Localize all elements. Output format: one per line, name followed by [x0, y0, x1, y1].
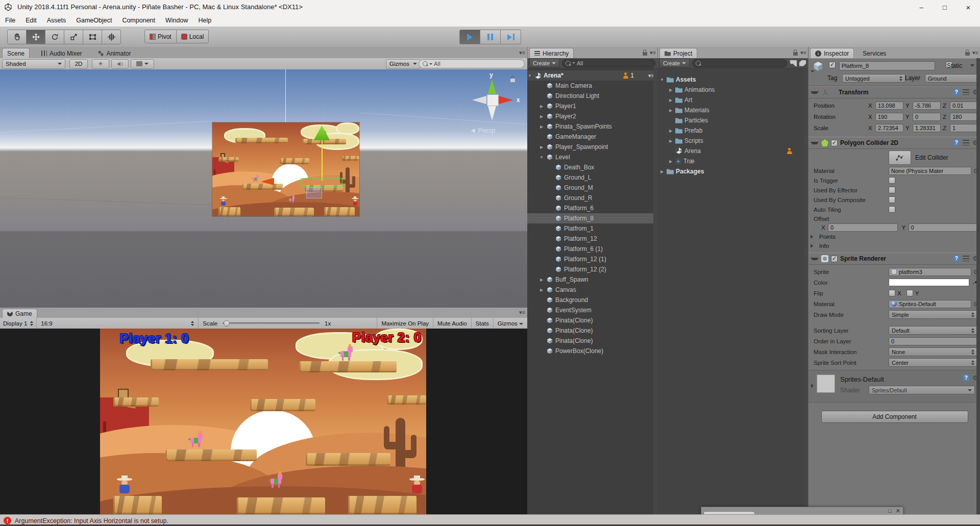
- foldout-arrow[interactable]: [811, 258, 819, 260]
- tab-audio-mixer[interactable]: Audio Mixer: [37, 48, 86, 58]
- hierarchy-item-gamemanager[interactable]: GameManager: [527, 132, 657, 142]
- mute-audio-button[interactable]: Mute Audio: [433, 318, 471, 329]
- project-scrollbar[interactable]: [804, 68, 808, 514]
- position-x-field[interactable]: 13.098: [875, 102, 903, 110]
- help-icon[interactable]: ?: [953, 139, 960, 146]
- scene-viewport[interactable]: y x ◄ Persp: [0, 69, 527, 308]
- sorting-layer-dropdown[interactable]: Default: [889, 326, 977, 335]
- foldout-arrow[interactable]: ▶: [659, 169, 665, 174]
- tag-dropdown[interactable]: Untagged: [842, 74, 905, 83]
- foldout-arrow[interactable]: ▶: [668, 88, 673, 92]
- project-item-arena[interactable]: Arena: [657, 146, 808, 156]
- project-item-packages[interactable]: ▶Packages: [657, 166, 808, 177]
- foldout-arrow[interactable]: ▼: [659, 78, 665, 82]
- scene-search-input[interactable]: All: [419, 59, 525, 68]
- gizmo-left-cone[interactable]: [472, 96, 486, 104]
- shading-mode-dropdown[interactable]: Shaded: [2, 59, 65, 69]
- foldout-arrow[interactable]: ▶: [539, 288, 544, 292]
- maximize-button[interactable]: □: [933, 0, 957, 14]
- hierarchy-item-platfrom-1[interactable]: Platfrom_1: [527, 223, 657, 234]
- help-icon[interactable]: ?: [953, 89, 960, 95]
- project-item-scripts[interactable]: ▶Scripts: [657, 136, 808, 146]
- hierarchy-item-eventsystem[interactable]: EventSystem: [527, 305, 657, 315]
- inspector-lock-icon[interactable]: [965, 52, 970, 56]
- hierarchy-item-background[interactable]: Background: [527, 295, 657, 305]
- hierarchy-search-input[interactable]: All: [562, 59, 655, 67]
- project-lock-icon[interactable]: [793, 52, 798, 56]
- scene-lighting-button[interactable]: ☀: [92, 59, 109, 69]
- collab-win-close-icon[interactable]: ✕: [896, 508, 900, 514]
- hierarchy-item-directional-light[interactable]: Directional Light: [527, 91, 657, 101]
- foldout-arrow[interactable]: ▶: [668, 139, 673, 143]
- project-item-animations[interactable]: ▶Animations: [657, 85, 808, 95]
- project-panel-menu[interactable]: ▾≡: [793, 49, 806, 56]
- inspector-scrollbar[interactable]: [976, 58, 980, 514]
- help-icon[interactable]: ?: [963, 374, 969, 381]
- move-axis-gizmo[interactable]: [322, 140, 323, 181]
- project-item-prefab[interactable]: ▶Prefab: [657, 126, 808, 136]
- foldout-arrow[interactable]: ▶: [668, 108, 673, 113]
- menu-item-gameobject[interactable]: GameObject: [71, 17, 117, 24]
- perspective-label[interactable]: ◄ Persp: [470, 127, 495, 134]
- labels-button[interactable]: [799, 60, 806, 66]
- scale-tool-button[interactable]: [64, 30, 83, 44]
- project-item-assets[interactable]: ▼Assets: [657, 74, 808, 85]
- hierarchy-item-pinata-clone-[interactable]: Pinata(Clone): [527, 315, 657, 325]
- hierarchy-item-pinata-clone-[interactable]: Pinata(Clone): [527, 325, 657, 336]
- project-item-træ[interactable]: ▶+Træ: [657, 156, 808, 166]
- hierarchy-item-main-camera[interactable]: Main Camera: [527, 81, 657, 91]
- foldout-arrow[interactable]: ▶: [539, 104, 544, 109]
- scale-y-field[interactable]: 1.28331: [913, 124, 941, 132]
- scale-x-field[interactable]: 2.72354: [875, 124, 903, 132]
- project-item-particles[interactable]: Particles: [657, 115, 808, 126]
- offset-x-field[interactable]: 0: [828, 223, 898, 232]
- move-tool-button[interactable]: [27, 30, 45, 44]
- sprite-sort-point-dropdown[interactable]: Center: [889, 358, 977, 367]
- foldout-arrow[interactable]: ▶: [539, 278, 544, 282]
- hierarchy-scrollbar[interactable]: [653, 68, 657, 514]
- foldout-arrow[interactable]: [811, 142, 819, 144]
- position-z-field[interactable]: 0.01: [950, 102, 978, 110]
- project-item-materials[interactable]: ▶Materials: [657, 105, 808, 115]
- shader-dropdown[interactable]: Sprites/Default: [869, 386, 975, 394]
- hierarchy-item-player2[interactable]: ▶Player2: [527, 111, 657, 121]
- color-swatch[interactable]: [889, 279, 969, 286]
- foldout-arrow[interactable]: ▶: [539, 145, 544, 149]
- hierarchy-item-level[interactable]: ▼Level: [527, 152, 657, 162]
- gizmo-down-cone[interactable]: [488, 106, 496, 120]
- sprite-field[interactable]: platform3: [889, 268, 971, 276]
- menu-item-help[interactable]: Help: [193, 17, 216, 24]
- hand-tool-button[interactable]: [7, 30, 27, 44]
- tab-animator[interactable]: Animator: [93, 48, 135, 58]
- play-button[interactable]: [459, 30, 480, 44]
- hierarchy-item-ground-r[interactable]: Ground_R: [527, 193, 657, 203]
- tab-inspector[interactable]: iInspector: [810, 48, 854, 58]
- hierarchy-item-platform-6-1-[interactable]: Platform_6 (1): [527, 244, 657, 254]
- foldout-arrow[interactable]: ▶: [668, 98, 673, 103]
- game-gizmos-dropdown[interactable]: Gizmos: [493, 318, 527, 329]
- scene-audio-button[interactable]: [111, 59, 129, 69]
- hierarchy-item-player1[interactable]: ▶Player1: [527, 101, 657, 111]
- foldout-arrow[interactable]: ▶: [668, 159, 673, 164]
- scale-slider-knob[interactable]: [224, 320, 230, 327]
- maximize-on-play-button[interactable]: Maximize On Play: [377, 318, 433, 329]
- menu-item-window[interactable]: Window: [160, 17, 193, 24]
- menu-item-file[interactable]: File: [0, 17, 20, 24]
- pause-button[interactable]: [480, 30, 501, 44]
- auto-tiling-checkbox[interactable]: [889, 206, 895, 213]
- rotation-y-field[interactable]: 0: [913, 113, 941, 121]
- project-create-button[interactable]: Create: [659, 59, 690, 67]
- collider-material-field[interactable]: None (Physics Mater: [889, 167, 971, 175]
- hierarchy-item-platform-12-1-[interactable]: Platform_12 (1): [527, 254, 657, 264]
- component-enabled-checkbox[interactable]: [831, 256, 838, 262]
- foldout-arrow[interactable]: ▶: [539, 114, 544, 119]
- aspect-ratio-dropdown[interactable]: 16:9: [37, 318, 198, 329]
- project-search-input[interactable]: [692, 59, 787, 67]
- sprite-renderer-header[interactable]: Sprite Renderer ?⚙: [808, 253, 980, 265]
- hierarchy-scene-root[interactable]: ▼ Arena* 1 ▾≡: [527, 70, 657, 81]
- add-component-button[interactable]: Add Component: [821, 411, 968, 423]
- hierarchy-item-powerbox-clone-[interactable]: PowerBox(Clone): [527, 346, 657, 356]
- used-by-composite-checkbox[interactable]: [889, 196, 895, 203]
- hierarchy-item-pinata-clone-[interactable]: Pinata(Clone): [527, 336, 657, 346]
- hierarchy-item-ground-l[interactable]: Ground_L: [527, 172, 657, 183]
